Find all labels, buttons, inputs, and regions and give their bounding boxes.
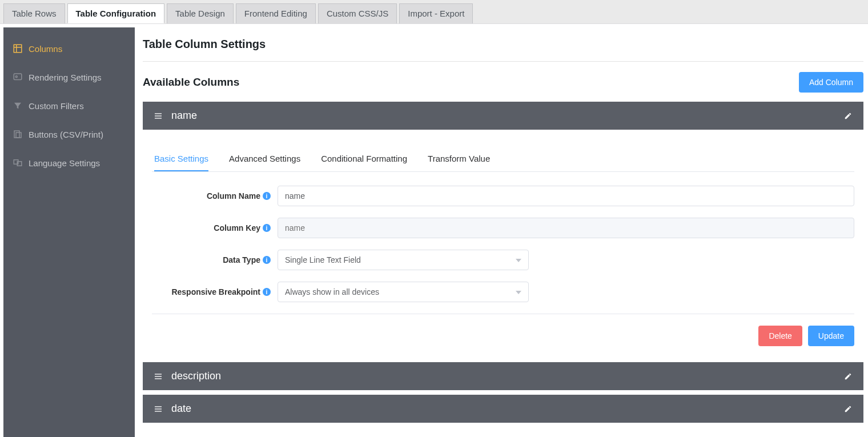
update-button[interactable]: Update [808, 326, 854, 346]
sidebar-item-columns[interactable]: Columns [3, 34, 135, 63]
column-bar-name[interactable]: name [143, 102, 863, 130]
available-columns-title: Available Columns [143, 76, 239, 89]
column-name-label: name [171, 110, 197, 122]
svg-rect-0 [14, 45, 22, 53]
column-key-label: Column Key i [152, 223, 278, 232]
data-type-label: Data Type i [152, 255, 278, 264]
edit-icon[interactable] [843, 111, 853, 121]
tab-table-rows[interactable]: Table Rows [3, 3, 65, 23]
sidebar-item-label: Custom Filters [29, 101, 84, 111]
info-icon[interactable]: i [263, 224, 271, 232]
edit-icon[interactable] [843, 404, 853, 414]
sidebar: Columns Rendering Settings Custom Filter… [3, 27, 135, 437]
rendering-icon [13, 72, 23, 82]
filter-icon [13, 101, 23, 111]
subtab-advanced[interactable]: Advanced Settings [229, 149, 300, 171]
svg-rect-6 [16, 133, 21, 138]
column-bar-description[interactable]: description [143, 362, 863, 390]
tab-custom-css-js[interactable]: Custom CSS/JS [318, 3, 397, 23]
column-name-input[interactable] [278, 186, 854, 206]
csv-print-icon [13, 129, 23, 139]
column-name-label: description [171, 370, 221, 382]
delete-button[interactable]: Delete [758, 326, 802, 346]
page-title: Table Column Settings [143, 32, 863, 62]
responsive-breakpoint-select[interactable]: Always show in all devices [278, 282, 529, 302]
tab-table-configuration[interactable]: Table Configuration [67, 3, 165, 23]
column-name-label: date [171, 403, 191, 415]
drag-handle-icon[interactable] [153, 111, 163, 121]
top-tabs: Table Rows Table Configuration Table Des… [0, 0, 868, 24]
language-icon [13, 158, 23, 168]
svg-point-4 [15, 76, 17, 78]
data-type-select[interactable]: Single Line Text Field [278, 250, 529, 270]
subtab-transform[interactable]: Transform Value [428, 149, 490, 171]
sidebar-item-label: Rendering Settings [29, 73, 102, 82]
responsive-breakpoint-label: Responsive Breakpoint i [152, 287, 278, 296]
sidebar-item-rendering[interactable]: Rendering Settings [3, 63, 135, 91]
info-icon[interactable]: i [263, 256, 271, 264]
drag-handle-icon[interactable] [153, 371, 163, 382]
column-bar-date[interactable]: date [143, 395, 863, 423]
info-icon[interactable]: i [263, 288, 271, 296]
info-icon[interactable]: i [263, 192, 271, 200]
content: Table Column Settings Available Columns … [138, 24, 868, 437]
tab-table-design[interactable]: Table Design [167, 3, 234, 23]
svg-rect-5 [14, 131, 19, 138]
column-settings-panel: Basic Settings Advanced Settings Conditi… [143, 135, 863, 358]
edit-icon[interactable] [843, 371, 853, 382]
sidebar-item-custom-filters[interactable]: Custom Filters [3, 91, 135, 120]
column-name-label: Column Name i [152, 191, 278, 201]
add-column-button[interactable]: Add Column [799, 72, 863, 93]
column-key-input [278, 218, 854, 238]
columns-icon [13, 43, 23, 54]
sidebar-item-buttons[interactable]: Buttons (CSV/Print) [3, 120, 135, 149]
subtab-basic[interactable]: Basic Settings [154, 149, 208, 171]
tab-frontend-editing[interactable]: Frontend Editing [236, 3, 316, 23]
sidebar-item-label: Language Settings [29, 158, 100, 168]
sidebar-item-label: Buttons (CSV/Print) [29, 130, 103, 139]
sidebar-item-label: Columns [29, 44, 62, 54]
tab-import-export[interactable]: Import - Export [399, 3, 473, 23]
subtab-conditional[interactable]: Conditional Formatting [321, 149, 407, 171]
sub-tabs: Basic Settings Advanced Settings Conditi… [152, 149, 854, 172]
drag-handle-icon[interactable] [153, 404, 163, 414]
sidebar-item-language[interactable]: Language Settings [3, 149, 135, 177]
